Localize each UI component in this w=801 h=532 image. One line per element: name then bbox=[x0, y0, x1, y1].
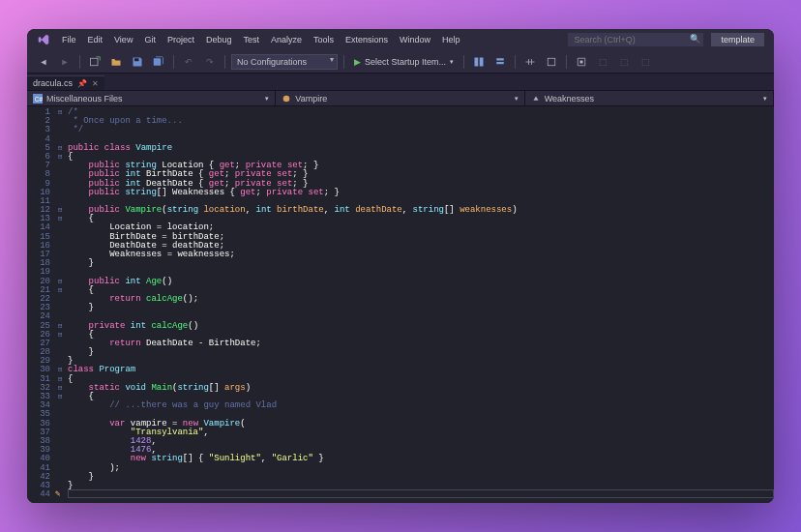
fold-toggle[interactable]: ⊟ bbox=[54, 206, 66, 215]
code-line[interactable]: } bbox=[68, 357, 774, 366]
svg-rect-2 bbox=[475, 57, 479, 66]
menu-item-view[interactable]: View bbox=[114, 35, 133, 44]
member-scope-select[interactable]: Weaknesses ▾ bbox=[525, 91, 774, 105]
fold-toggle[interactable]: ⊟ bbox=[54, 144, 66, 153]
tool-icon-1[interactable] bbox=[470, 54, 488, 70]
svg-rect-3 bbox=[480, 57, 484, 66]
fold-toggle[interactable]: ⊟ bbox=[54, 384, 66, 393]
code-line[interactable]: } bbox=[68, 304, 774, 312]
code-content[interactable]: /* * Once upon a time... */public class … bbox=[66, 106, 774, 503]
fold-toggle[interactable]: ⊟ bbox=[54, 375, 66, 384]
fold-spacer bbox=[54, 259, 66, 268]
code-line[interactable]: private int calcAge() bbox=[68, 322, 774, 331]
fold-toggle[interactable]: ⊟ bbox=[54, 393, 66, 401]
tool-icon-2[interactable] bbox=[491, 54, 509, 70]
menu-item-extensions[interactable]: Extensions bbox=[345, 35, 388, 44]
fold-spacer bbox=[54, 189, 66, 197]
fold-spacer bbox=[54, 126, 66, 134]
new-project-button[interactable] bbox=[86, 54, 104, 70]
code-line[interactable] bbox=[68, 135, 774, 144]
file-scope-label: Miscellaneous Files bbox=[46, 94, 123, 103]
fold-spacer bbox=[54, 340, 66, 348]
titlebar: FileEditViewGitProjectDebugTestAnalyzeTo… bbox=[27, 29, 774, 50]
code-line[interactable]: public int Age() bbox=[68, 278, 774, 286]
code-line[interactable]: public class Vampire bbox=[68, 144, 774, 153]
save-all-button[interactable] bbox=[150, 54, 167, 70]
fold-toggle[interactable]: ⊟ bbox=[54, 153, 66, 162]
code-line[interactable]: 1428, bbox=[68, 437, 774, 446]
close-icon[interactable]: ✕ bbox=[92, 79, 99, 88]
fold-toggle[interactable]: ⊟ bbox=[54, 366, 66, 374]
menu-item-debug[interactable]: Debug bbox=[206, 35, 232, 44]
code-line[interactable]: // ...there was a guy named Vlad bbox=[68, 401, 774, 410]
redo-button[interactable]: ↷ bbox=[201, 54, 219, 70]
search-input[interactable] bbox=[568, 33, 703, 46]
menu-item-git[interactable]: Git bbox=[144, 35, 156, 44]
save-button[interactable] bbox=[129, 54, 146, 70]
code-line[interactable]: */ bbox=[68, 126, 774, 134]
fold-spacer bbox=[54, 357, 66, 366]
code-line[interactable]: return DeathDate - BirthDate; bbox=[68, 340, 774, 348]
tool-icon-5[interactable] bbox=[573, 54, 590, 70]
undo-button[interactable]: ↶ bbox=[180, 54, 197, 70]
file-scope-select[interactable]: C# Miscellaneous Files ▾ bbox=[27, 91, 276, 105]
tool-icon-4[interactable] bbox=[543, 54, 560, 70]
code-line[interactable]: } bbox=[68, 348, 774, 357]
fold-toggle[interactable]: ⊟ bbox=[54, 322, 66, 331]
menu-item-file[interactable]: File bbox=[62, 35, 76, 44]
code-line[interactable] bbox=[68, 268, 774, 277]
configuration-select[interactable]: No Configurations bbox=[231, 54, 338, 70]
code-editor[interactable]: 1234567891011121314151617181920212223242… bbox=[27, 106, 774, 503]
fold-spacer bbox=[54, 268, 66, 277]
fold-spacer bbox=[54, 223, 66, 232]
code-line[interactable]: } bbox=[68, 259, 774, 268]
tool-icon-6[interactable]: ⬚ bbox=[594, 54, 611, 70]
fold-spacer bbox=[54, 437, 66, 446]
code-line[interactable]: static void Main(string[] args) bbox=[68, 384, 774, 393]
menu-item-window[interactable]: Window bbox=[400, 35, 430, 44]
fold-toggle[interactable]: ⊟ bbox=[54, 215, 66, 223]
line-number: 44 bbox=[27, 490, 50, 499]
menu-item-test[interactable]: Test bbox=[243, 35, 259, 44]
svg-text:C#: C# bbox=[35, 95, 43, 102]
fold-spacer bbox=[54, 304, 66, 312]
nav-forward-button[interactable]: ► bbox=[56, 54, 74, 70]
pin-icon[interactable]: 📌 bbox=[77, 79, 87, 88]
fold-spacer bbox=[54, 251, 66, 259]
fold-spacer bbox=[54, 170, 66, 179]
fold-toggle[interactable]: ⊟ bbox=[54, 278, 66, 286]
code-line[interactable]: class Program bbox=[68, 366, 774, 374]
code-line[interactable]: new string[] { "Sunlight", "Garlic" } bbox=[68, 455, 774, 463]
code-line[interactable]: } bbox=[68, 473, 774, 482]
svg-point-7 bbox=[283, 95, 290, 102]
start-debug-button[interactable]: ▶ Select Startup Item... ▾ bbox=[350, 57, 458, 67]
code-line[interactable]: ); bbox=[68, 464, 774, 473]
code-line[interactable]: * Once upon a time... bbox=[68, 117, 774, 126]
code-line[interactable]: ✎ bbox=[68, 489, 774, 498]
menu-item-analyze[interactable]: Analyze bbox=[271, 35, 302, 44]
open-file-button[interactable] bbox=[107, 54, 125, 70]
svg-rect-4 bbox=[548, 58, 555, 66]
search-icon[interactable]: 🔍 bbox=[690, 34, 700, 44]
chevron-down-icon: ▾ bbox=[763, 95, 767, 103]
fold-toggle[interactable]: ⊟ bbox=[54, 108, 66, 117]
fold-toggle[interactable]: ⊟ bbox=[54, 331, 66, 340]
tool-icon-3[interactable] bbox=[521, 54, 539, 70]
property-icon bbox=[531, 94, 541, 103]
menu-item-tools[interactable]: Tools bbox=[313, 35, 334, 44]
menu-item-edit[interactable]: Edit bbox=[88, 35, 104, 44]
code-line[interactable]: public Vampire(string location, int birt… bbox=[68, 206, 774, 215]
menu-item-help[interactable]: Help bbox=[442, 35, 460, 44]
code-line[interactable]: return calcAge(); bbox=[68, 295, 774, 304]
tool-icon-8[interactable]: ⬚ bbox=[637, 54, 654, 70]
fold-toggle[interactable]: ⊟ bbox=[54, 286, 66, 295]
menu-item-project[interactable]: Project bbox=[167, 35, 194, 44]
file-tab-dracula[interactable]: dracula.cs 📌 ✕ bbox=[27, 75, 104, 90]
template-button[interactable]: template bbox=[711, 33, 764, 46]
code-line[interactable]: "Transylvania", bbox=[68, 429, 774, 437]
class-scope-select[interactable]: Vampire ▾ bbox=[276, 91, 524, 105]
code-line[interactable]: Weaknesses = weaknesses; bbox=[68, 251, 774, 259]
nav-back-button[interactable]: ◄ bbox=[35, 54, 52, 70]
tool-icon-7[interactable]: ⬚ bbox=[615, 54, 633, 70]
code-line[interactable]: public string[] Weaknesses { get; privat… bbox=[68, 189, 774, 197]
